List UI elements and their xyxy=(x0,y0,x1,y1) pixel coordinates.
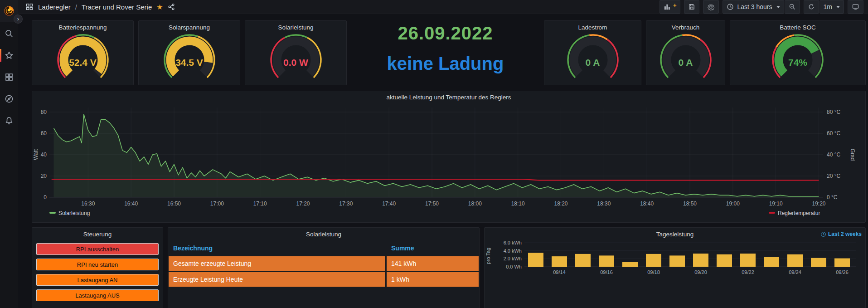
breadcrumb-folder[interactable]: Laderegler xyxy=(38,3,71,11)
panel-title[interactable]: Batterie SOC xyxy=(730,21,865,31)
svg-text:18:50: 18:50 xyxy=(683,200,697,207)
svg-text:pro Tag: pro Tag xyxy=(485,248,491,264)
column-header-bezeichnung[interactable]: Bezeichnung xyxy=(169,243,385,253)
compass-icon xyxy=(5,94,14,103)
sidebar xyxy=(0,0,18,308)
panel-leistung-temperatur: aktuelle Leistung und Temperatur des Reg… xyxy=(32,91,866,223)
dashboard-settings-button[interactable] xyxy=(703,0,719,14)
sidebar-item-dashboards[interactable] xyxy=(0,72,18,83)
table-header: Bezeichnung Summe xyxy=(169,241,479,255)
dashboards-icon xyxy=(5,73,14,82)
cycle-view-mode-button[interactable] xyxy=(848,0,863,14)
panel-tagesleistung: Tagesleistung Last 2 weeks 0.0 Wh2.0 kWh… xyxy=(484,227,866,308)
cell-sum: 141 kWh xyxy=(387,256,479,271)
panel-solarleistung-gauge: Solarleistung 0.0 W xyxy=(245,20,347,85)
sidebar-expand-button[interactable]: › xyxy=(14,15,23,24)
svg-text:Watt: Watt xyxy=(33,149,39,160)
breadcrumb-dashboard[interactable]: Tracer und Rover Serie xyxy=(82,3,152,11)
svg-text:17:00: 17:00 xyxy=(210,200,224,207)
panel-title[interactable]: Ladestrom xyxy=(544,21,641,31)
share-icon[interactable] xyxy=(168,3,175,10)
top-navbar: Laderegler / Tracer und Rover Serie ★ + xyxy=(18,0,868,14)
time-range-label: Last 3 hours xyxy=(737,3,772,10)
solar-table: Bezeichnung Summe Gesamte erzeugte Leist… xyxy=(168,241,479,287)
cell-sum: 1 kWh xyxy=(387,272,479,287)
lastaugang-an-button[interactable]: Lastaugang AN xyxy=(36,274,159,286)
favorite-star-icon[interactable]: ★ xyxy=(156,3,163,11)
bell-icon xyxy=(5,116,14,125)
control-button-list: RPI ausschalten RPI neu starten Lastauga… xyxy=(32,243,163,301)
sidebar-item-starred[interactable] xyxy=(0,50,18,61)
panel-title[interactable]: Solarspannung xyxy=(139,21,240,31)
cycle-view-icon xyxy=(852,3,859,10)
svg-text:18:40: 18:40 xyxy=(640,200,654,207)
add-panel-button[interactable]: + xyxy=(659,0,681,14)
settings-gear-icon xyxy=(707,3,715,11)
panel-solarleistung-table: Solarleistung Bezeichnung Summe Gesamte … xyxy=(168,227,480,308)
time-range-picker[interactable]: Last 3 hours xyxy=(723,0,784,14)
zoom-out-icon xyxy=(789,3,796,10)
rpi-ausschalten-button[interactable]: RPI ausschalten xyxy=(36,243,159,255)
refresh-interval-picker[interactable]: 1m xyxy=(820,0,844,14)
timeseries-chart[interactable]: aktuelle Leistung und Temperatur des Reg… xyxy=(32,91,865,222)
svg-text:0.0 Wh: 0.0 Wh xyxy=(506,264,522,269)
panel-steuerung: Steuerung RPI ausschalten RPI neu starte… xyxy=(32,227,163,308)
daily-bar-chart[interactable]: 0.0 Wh2.0 kWh4.0 kWh6.0 kWhpro Tag09/140… xyxy=(485,238,863,294)
panel-status-text: 26.09.2022 keine Ladung xyxy=(351,20,539,85)
svg-text:18:30: 18:30 xyxy=(597,200,611,207)
clock-icon xyxy=(820,231,826,237)
svg-text:2.0 kWh: 2.0 kWh xyxy=(504,256,522,261)
svg-text:20 °C: 20 °C xyxy=(827,173,840,179)
sidebar-item-alerting[interactable] xyxy=(0,115,18,126)
svg-text:0: 0 xyxy=(44,194,47,200)
svg-text:80: 80 xyxy=(41,109,47,115)
panel-batteriespannung: Batteriespannung 52.4 V xyxy=(32,20,134,85)
panel-title[interactable]: Steuerung xyxy=(32,228,163,238)
refresh-button[interactable] xyxy=(804,0,819,14)
panel-batterie-soc: Batterie SOC 74% xyxy=(730,20,866,85)
gauge-value: 0.0 W xyxy=(262,57,330,68)
zoom-out-time-button[interactable] xyxy=(785,0,800,14)
svg-text:40: 40 xyxy=(41,152,47,158)
svg-text:Reglertemperatur: Reglertemperatur xyxy=(778,210,820,216)
svg-text:19:00: 19:00 xyxy=(726,200,740,207)
navbar-actions: + xyxy=(659,0,863,14)
panel-title[interactable]: Verbrauch xyxy=(646,21,725,31)
apps-icon xyxy=(25,3,34,11)
svg-text:Solarleistung: Solarleistung xyxy=(58,210,90,216)
svg-text:09/26: 09/26 xyxy=(836,269,849,275)
svg-text:17:50: 17:50 xyxy=(425,200,439,207)
rpi-neu-starten-button[interactable]: RPI neu starten xyxy=(36,259,159,270)
refresh-interval-label: 1m xyxy=(824,3,832,10)
svg-text:09/24: 09/24 xyxy=(789,269,801,275)
tagesleistung-header: Tagesleistung xyxy=(485,228,865,238)
sidebar-item-explore[interactable] xyxy=(0,93,18,104)
cell-name: Erzeugte Leistung Heute xyxy=(169,272,385,287)
svg-text:17:10: 17:10 xyxy=(253,200,267,207)
svg-text:09/18: 09/18 xyxy=(647,269,660,275)
svg-text:18:20: 18:20 xyxy=(554,200,568,207)
svg-text:09/20: 09/20 xyxy=(694,269,707,275)
panel-time-override[interactable]: Last 2 weeks xyxy=(820,231,862,237)
table-row: Erzeugte Leistung Heute 1 kWh xyxy=(169,272,479,287)
svg-text:17:40: 17:40 xyxy=(382,200,396,207)
panel-ladestrom: Ladestrom 0 A xyxy=(544,20,641,85)
grafana-logo-icon xyxy=(3,5,15,17)
lastaugang-aus-button[interactable]: Lastaugang AUS xyxy=(36,289,159,301)
panel-title[interactable]: Tagesleistung xyxy=(488,231,862,238)
bottom-row: Steuerung RPI ausschalten RPI neu starte… xyxy=(32,227,866,308)
sidebar-item-search[interactable] xyxy=(0,28,18,39)
svg-text:16:50: 16:50 xyxy=(167,200,181,207)
svg-text:17:20: 17:20 xyxy=(296,200,310,207)
svg-text:80 °C: 80 °C xyxy=(827,109,840,115)
panel-title[interactable]: Solarleistung xyxy=(168,228,479,238)
svg-text:16:40: 16:40 xyxy=(124,200,138,207)
svg-text:19:20: 19:20 xyxy=(812,200,826,207)
panel-title[interactable]: Solarleistung xyxy=(245,21,346,31)
save-dashboard-button[interactable] xyxy=(684,0,699,14)
column-header-summe[interactable]: Summe xyxy=(387,243,479,253)
search-icon xyxy=(5,29,14,38)
cell-name: Gesamte erzeugte Leistung xyxy=(169,256,385,271)
plus-badge: + xyxy=(673,2,677,9)
panel-title[interactable]: Batteriespannung xyxy=(32,21,133,31)
